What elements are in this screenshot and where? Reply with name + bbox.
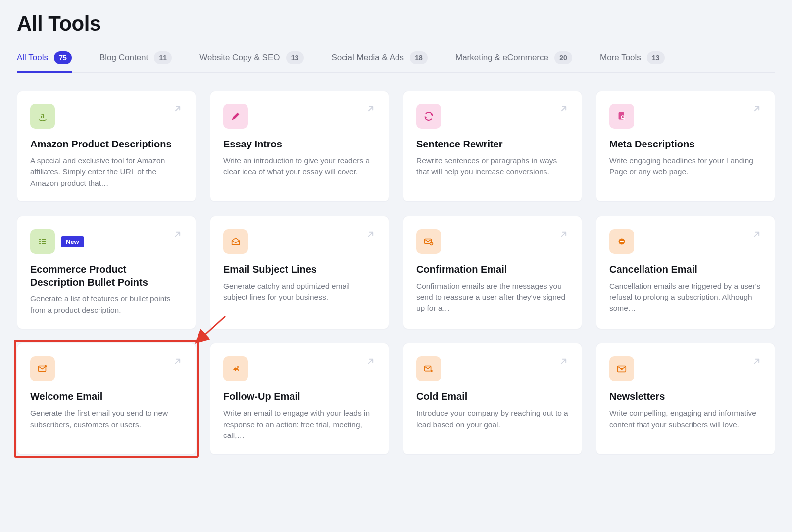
card-header	[223, 104, 376, 129]
tool-description: Write an introduction to give your reade…	[223, 155, 376, 178]
tool-title: Meta Descriptions	[609, 138, 762, 150]
open-arrow-icon[interactable]	[752, 356, 762, 368]
card-header: a	[30, 104, 183, 129]
tool-card-essay[interactable]: Essay IntrosWrite an introduction to giv…	[210, 91, 389, 202]
tool-card-amazon[interactable]: aAmazon Product DescriptionsA special an…	[17, 91, 196, 202]
card-header	[609, 356, 762, 381]
tool-title: Confirmation Email	[416, 263, 569, 276]
tool-description: Generate the first email you send to new…	[30, 408, 183, 430]
list-icon	[30, 229, 55, 254]
card-header-left: a	[30, 104, 55, 129]
tab-count: 13	[286, 51, 304, 64]
tab-website[interactable]: Website Copy & SEO13	[199, 47, 303, 73]
tool-card-meta[interactable]: Meta DescriptionsWrite engaging headline…	[596, 91, 775, 202]
tool-description: Write engaging headlines for your Landin…	[609, 155, 762, 178]
tool-title: Cancellation Email	[609, 263, 762, 276]
tab-marketing[interactable]: Marketing & eCommerce20	[455, 47, 572, 73]
svg-point-17	[45, 365, 47, 367]
amazon-icon: a	[30, 104, 55, 129]
tool-title: Welcome Email	[30, 390, 183, 403]
card-header-left: New	[30, 229, 84, 254]
tool-description: Write compelling, engaging and informati…	[609, 408, 762, 430]
tool-card-rewriter[interactable]: Sentence RewriterRewrite sentences or pa…	[403, 91, 582, 202]
tool-description: Generate a list of features or bullet po…	[30, 293, 183, 316]
open-arrow-icon[interactable]	[173, 104, 183, 116]
open-arrow-icon[interactable]	[752, 104, 762, 116]
tab-label: Social Media & Ads	[332, 53, 404, 63]
tab-label: All Tools	[17, 53, 48, 63]
open-arrow-icon[interactable]	[752, 229, 762, 241]
svg-line-5	[624, 118, 625, 119]
card-header	[223, 229, 376, 254]
tool-title: Ecommerce Product Description Bullet Poi…	[30, 263, 183, 289]
tab-blog[interactable]: Blog Content11	[99, 47, 172, 73]
tool-card-cold[interactable]: Cold EmailIntroduce your company by reac…	[403, 343, 582, 454]
card-header-left	[223, 356, 248, 381]
page-title: All Tools	[17, 12, 775, 36]
svg-rect-9	[42, 241, 46, 242]
open-arrow-icon[interactable]	[173, 229, 183, 241]
card-header: New	[30, 229, 183, 254]
open-arrow-icon[interactable]	[366, 104, 376, 116]
tab-all[interactable]: All Tools75	[17, 47, 72, 73]
mail-dot-icon	[30, 356, 55, 381]
mail-cancel-icon	[609, 229, 634, 254]
tool-description: Generate catchy and optimized email subj…	[223, 281, 376, 303]
tool-title: Follow-Up Email	[223, 390, 376, 403]
tab-label: More Tools	[600, 53, 641, 63]
svg-point-8	[39, 241, 41, 242]
tool-card-welcome[interactable]: Welcome EmailGenerate the first email yo…	[17, 343, 196, 454]
tool-description: A special and exclusive tool for Amazon …	[30, 155, 183, 189]
tool-card-bullets[interactable]: NewEcommerce Product Description Bullet …	[17, 216, 196, 329]
svg-point-6	[39, 239, 41, 240]
open-arrow-icon[interactable]	[173, 356, 183, 368]
mail-check-icon	[416, 229, 441, 254]
open-arrow-icon[interactable]	[559, 104, 569, 116]
tool-title: Essay Intros	[223, 138, 376, 150]
tool-title: Amazon Product Descriptions	[30, 138, 183, 150]
tab-label: Website Copy & SEO	[199, 53, 280, 63]
card-header-left	[223, 229, 248, 254]
tool-title: Cold Email	[416, 390, 569, 403]
tab-count: 13	[647, 51, 665, 64]
card-header	[416, 356, 569, 381]
card-header-left	[416, 229, 441, 254]
tool-card-followup[interactable]: Follow-Up EmailWrite an email to engage …	[210, 343, 389, 454]
open-arrow-icon[interactable]	[559, 229, 569, 241]
tab-label: Blog Content	[99, 53, 148, 63]
tabs-nav: All Tools75Blog Content11Website Copy & …	[17, 47, 775, 73]
tool-card-news[interactable]: NewslettersWrite compelling, engaging an…	[596, 343, 775, 454]
new-badge: New	[61, 236, 84, 247]
svg-rect-11	[42, 243, 46, 244]
tool-title: Newsletters	[609, 390, 762, 403]
tools-grid: aAmazon Product DescriptionsA special an…	[17, 91, 775, 455]
card-header-left	[223, 104, 248, 129]
mail-open-icon	[223, 229, 248, 254]
tab-count: 11	[154, 51, 172, 64]
card-header-left	[30, 356, 55, 381]
tool-description: Rewrite sentences or paragraphs in ways …	[416, 155, 569, 178]
tool-card-confirm[interactable]: Confirmation EmailConfirmation emails ar…	[403, 216, 582, 329]
card-header	[30, 356, 183, 381]
open-arrow-icon[interactable]	[366, 356, 376, 368]
card-header	[609, 104, 762, 129]
tab-more[interactable]: More Tools13	[600, 47, 665, 73]
svg-rect-7	[42, 239, 46, 240]
doc-search-icon	[609, 104, 634, 129]
card-header-left	[416, 356, 441, 381]
mail-heart-icon	[609, 356, 634, 381]
mail-send-icon	[416, 356, 441, 381]
tab-count: 75	[54, 51, 72, 64]
card-header-left	[609, 104, 634, 129]
tab-social[interactable]: Social Media & Ads18	[332, 47, 428, 73]
tool-card-cancel[interactable]: Cancellation EmailCancellation emails ar…	[596, 216, 775, 329]
tab-count: 18	[410, 51, 428, 64]
card-header	[609, 229, 762, 254]
open-arrow-icon[interactable]	[559, 356, 569, 368]
tab-count: 20	[554, 51, 572, 64]
svg-rect-15	[620, 241, 624, 242]
tool-card-subject[interactable]: Email Subject LinesGenerate catchy and o…	[210, 216, 389, 329]
refresh-icon	[416, 104, 441, 129]
open-arrow-icon[interactable]	[366, 229, 376, 241]
tab-label: Marketing & eCommerce	[455, 53, 548, 63]
